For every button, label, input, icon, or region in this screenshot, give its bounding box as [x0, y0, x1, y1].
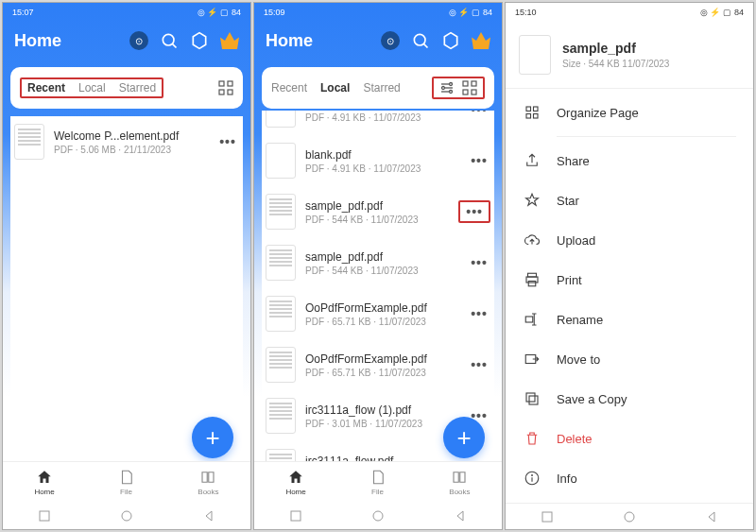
header-title: Home: [266, 31, 381, 51]
sort-icon[interactable]: [439, 80, 455, 95]
divider: [557, 136, 736, 137]
menu-moveto[interactable]: Move to: [506, 339, 753, 379]
grid-view-icon[interactable]: [218, 80, 233, 95]
header: Home ⊙: [3, 22, 250, 60]
tabs-card: Recent Local Starred: [10, 67, 243, 109]
system-nav: [506, 503, 753, 529]
nav-file[interactable]: File: [118, 469, 135, 496]
tabs: Recent Local Starred: [271, 75, 485, 101]
sys-recent-icon[interactable]: [541, 510, 554, 523]
file-item[interactable]: sample_pdf.pdfPDF · 544 KB · 11/07/2023 …: [262, 237, 494, 288]
file-info: Welcome P...element.pdf PDF · 5.06 MB · …: [54, 129, 216, 155]
print-icon: [523, 270, 541, 289]
nav-books[interactable]: Books: [198, 469, 218, 496]
rename-icon: [523, 310, 541, 329]
settings-icon[interactable]: [441, 31, 460, 50]
tab-starred[interactable]: Starred: [363, 81, 400, 94]
bottom-nav: Home File Books: [3, 461, 250, 503]
tab-starred[interactable]: Starred: [119, 81, 156, 94]
more-icon[interactable]: •••: [216, 134, 239, 149]
menu-rename[interactable]: Rename: [506, 300, 753, 339]
crown-icon[interactable]: [220, 32, 239, 49]
more-icon[interactable]: •••: [466, 204, 483, 219]
nav-books[interactable]: Books: [449, 469, 470, 496]
tab-local[interactable]: Local: [320, 81, 350, 94]
file-thumb-icon: [266, 194, 296, 230]
more-icon[interactable]: •••: [468, 306, 490, 321]
menu-star[interactable]: Star: [506, 180, 753, 220]
crown-icon[interactable]: [472, 32, 490, 49]
status-time: 15:07: [12, 8, 34, 17]
fab-add[interactable]: +: [443, 417, 485, 458]
svg-rect-31: [525, 317, 533, 322]
sys-recent-icon[interactable]: [289, 509, 302, 523]
menu-print[interactable]: Print: [506, 260, 753, 300]
file-item[interactable]: blank.pdfPDF · 4.91 KB · 11/07/2023 •••: [262, 111, 494, 135]
more-icon[interactable]: •••: [468, 153, 490, 168]
sys-back-icon[interactable]: [454, 509, 467, 523]
status-icons: ◎ ⚡ ▢ 84: [449, 8, 492, 17]
file-thumb-icon: [266, 111, 296, 128]
file-thumb-icon: [266, 296, 296, 332]
nav-home[interactable]: Home: [285, 469, 305, 496]
file-thumb-icon: [14, 124, 44, 160]
fab-add[interactable]: +: [192, 417, 233, 458]
assistant-icon[interactable]: ⊙: [129, 31, 148, 50]
tab-recent[interactable]: Recent: [27, 81, 65, 94]
menu-delete[interactable]: Delete: [506, 419, 753, 458]
organize-icon: [523, 103, 541, 122]
sheet-header: sample_pdf Size · 544 KB 11/07/2023: [506, 22, 753, 89]
file-item[interactable]: OoPdfFormExample.pdfPDF · 65.71 KB · 11/…: [262, 339, 494, 390]
svg-rect-39: [542, 512, 552, 522]
file-thumb-icon: [266, 398, 296, 434]
more-icon[interactable]: •••: [468, 111, 490, 117]
file-thumb-icon: [519, 35, 551, 75]
file-thumb-icon: [266, 245, 296, 281]
info-icon: [523, 469, 541, 488]
more-icon[interactable]: •••: [468, 357, 490, 372]
sys-home-icon[interactable]: [623, 510, 636, 523]
svg-rect-25: [534, 107, 539, 112]
tab-local[interactable]: Local: [78, 81, 106, 94]
search-icon[interactable]: [411, 31, 430, 50]
svg-point-40: [625, 512, 634, 522]
file-item[interactable]: sample_pdf.pdfPDF · 544 KB · 11/07/2023 …: [262, 186, 494, 237]
action-menu: Organize Page Share Star Upload Print Re…: [506, 89, 753, 502]
svg-marker-2: [193, 33, 205, 49]
grid-view-icon[interactable]: [462, 80, 477, 95]
svg-rect-19: [472, 81, 476, 86]
more-icon[interactable]: •••: [468, 255, 490, 270]
svg-rect-3: [219, 81, 224, 86]
svg-rect-22: [291, 511, 301, 521]
settings-icon[interactable]: [190, 31, 209, 50]
nav-home[interactable]: Home: [34, 469, 54, 496]
svg-rect-18: [463, 81, 468, 86]
sys-recent-icon[interactable]: [38, 509, 51, 523]
assistant-icon[interactable]: ⊙: [381, 31, 400, 50]
menu-organize[interactable]: Organize Page: [506, 93, 753, 132]
status-time: 15:10: [515, 8, 537, 17]
file-list[interactable]: blank.pdfPDF · 4.91 KB · 11/07/2023 ••• …: [262, 111, 494, 522]
nav-file[interactable]: File: [369, 469, 387, 496]
statusbar: 15:07 ◎ ⚡ ▢ 84: [3, 3, 250, 22]
view-controls-highlight: [432, 77, 485, 99]
menu-info[interactable]: Info: [506, 458, 753, 498]
menu-share[interactable]: Share: [506, 141, 753, 180]
menu-savecopy[interactable]: Save a Copy: [506, 379, 753, 419]
tabs-highlight: Recent Local Starred: [20, 77, 163, 98]
sys-back-icon[interactable]: [202, 509, 215, 523]
svg-rect-20: [463, 90, 468, 94]
tab-recent[interactable]: Recent: [271, 81, 307, 94]
svg-point-9: [414, 34, 425, 45]
search-icon[interactable]: [160, 31, 179, 50]
menu-upload[interactable]: Upload: [506, 220, 753, 260]
sys-back-icon[interactable]: [705, 510, 718, 523]
sys-home-icon[interactable]: [371, 509, 385, 523]
file-item[interactable]: OoPdfFormExample.pdfPDF · 65.71 KB · 11/…: [262, 288, 494, 339]
sheet-meta: Size · 544 KB 11/07/2023: [562, 59, 669, 69]
header-actions: ⊙: [381, 31, 490, 50]
sys-home-icon[interactable]: [120, 509, 133, 523]
file-item[interactable]: Welcome P...element.pdf PDF · 5.06 MB · …: [10, 116, 243, 167]
file-item[interactable]: blank.pdfPDF · 4.91 KB · 11/07/2023 •••: [262, 135, 494, 186]
screen-action-sheet: 15:10 ◎ ⚡ ▢ 84 sample_pdf Size · 544 KB …: [505, 2, 754, 530]
